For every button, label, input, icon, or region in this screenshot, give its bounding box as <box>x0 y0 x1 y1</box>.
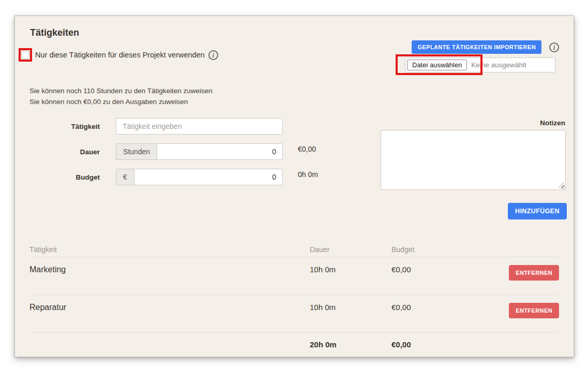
header-activity: Tätigkeit <box>29 245 295 254</box>
duration-label: Dauer <box>29 148 100 156</box>
table-total-row: 20h 0m €0,00 <box>29 333 559 357</box>
top-row: Nur diese Tätigkeiten für dieses Projekt… <box>29 38 559 72</box>
budget-cell: €0,00 <box>373 265 489 274</box>
budget-input[interactable] <box>134 169 283 185</box>
budget-cell: €0,00 <box>373 303 489 312</box>
remove-button[interactable]: ENTFERNEN <box>509 265 559 281</box>
total-spacer <box>29 340 295 349</box>
budget-remaining-text: Sie können noch €0,00 zu den Ausgaben zu… <box>29 96 559 107</box>
duration-cost-preview: €0,00 <box>298 143 381 160</box>
form-fields: Tätigkeit Dauer Stunden Budget € <box>29 118 283 194</box>
add-button[interactable]: HINZUFÜGEN <box>508 203 567 219</box>
file-status-text: Keine ausgewählt <box>471 61 526 69</box>
add-activity-form: Tätigkeit Dauer Stunden Budget € <box>29 118 559 194</box>
budget-field-wrap: € <box>116 169 283 185</box>
hours-remaining-text: Sie können noch 110 Stunden zu den Tätig… <box>29 85 559 96</box>
activity-cell: Marketing <box>29 265 295 274</box>
activity-label: Tätigkeit <box>29 123 100 130</box>
info-icon[interactable]: i <box>549 42 559 52</box>
duration-input[interactable] <box>157 143 283 160</box>
add-button-row: HINZUFÜGEN <box>29 203 567 219</box>
header-actions <box>489 245 559 254</box>
duration-field-wrap: Stunden <box>116 143 283 160</box>
header-duration: Dauer <box>295 245 373 254</box>
notes-label: Notizen <box>381 119 565 127</box>
total-actions-spacer <box>489 340 559 349</box>
import-column: GEPLANTE TÄTIGKEITEN IMPORTIEREN i Datei… <box>405 40 559 72</box>
import-row: GEPLANTE TÄTIGKEITEN IMPORTIEREN i <box>412 40 559 54</box>
total-budget: €0,00 <box>373 340 489 349</box>
activities-table: Tätigkeit Dauer Budget Marketing 10h 0m … <box>29 245 559 357</box>
activity-input[interactable] <box>116 118 283 135</box>
table-header-row: Tätigkeit Dauer Budget <box>29 245 559 257</box>
notes-textarea-wrap <box>381 130 566 190</box>
remove-button[interactable]: ENTFERNEN <box>509 303 559 318</box>
file-upload-row: Datei auswählen Keine ausgewählt <box>405 57 555 72</box>
table-row: Marketing 10h 0m €0,00 ENTFERNEN <box>29 257 559 295</box>
activity-field-wrap <box>116 118 283 135</box>
table-row: Reparatur 10h 0m €0,00 ENTFERNEN <box>29 295 559 333</box>
duration-cell: 10h 0m <box>295 265 373 274</box>
currency-addon: € <box>116 169 134 185</box>
allocation-summary: Sie können noch 110 Stunden zu den Tätig… <box>29 85 559 107</box>
total-duration: 20h 0m <box>295 340 373 349</box>
header-budget: Budget <box>373 245 489 254</box>
activity-cell: Reparatur <box>29 303 295 312</box>
info-icon[interactable]: i <box>208 50 218 60</box>
duration-row: Dauer Stunden <box>29 143 283 160</box>
duration-cell: 10h 0m <box>295 303 373 312</box>
budget-row: Budget € <box>29 169 283 185</box>
annotation-box-checkbox <box>19 48 32 62</box>
budget-hours-preview: 0h 0m <box>298 169 381 185</box>
consent-label: Nur diese Tätigkeiten für dieses Projekt… <box>35 51 205 59</box>
notes-textarea[interactable] <box>381 130 566 190</box>
actions-cell: ENTFERNEN <box>489 303 559 318</box>
only-these-activities-checkbox[interactable] <box>21 51 29 59</box>
preview-spacer <box>298 118 381 135</box>
consent-row: Nur diese Tätigkeiten für dieses Projekt… <box>19 48 218 62</box>
duration-unit-addon: Stunden <box>116 143 157 160</box>
notes-column: Notizen <box>381 118 566 194</box>
choose-file-button[interactable]: Datei auswählen <box>407 60 467 70</box>
actions-cell: ENTFERNEN <box>489 265 559 281</box>
budget-label: Budget <box>29 173 100 181</box>
page-title: Tätigkeiten <box>30 27 559 38</box>
import-planned-activities-button[interactable]: GEPLANTE TÄTIGKEITEN IMPORTIEREN <box>412 40 541 54</box>
file-input[interactable]: Datei auswählen Keine ausgewählt <box>405 57 555 72</box>
form-previews: €0,00 0h 0m <box>298 118 381 194</box>
activities-panel: Tätigkeiten Nur diese Tätigkeiten für di… <box>14 16 574 357</box>
activity-row: Tätigkeit <box>29 118 283 135</box>
